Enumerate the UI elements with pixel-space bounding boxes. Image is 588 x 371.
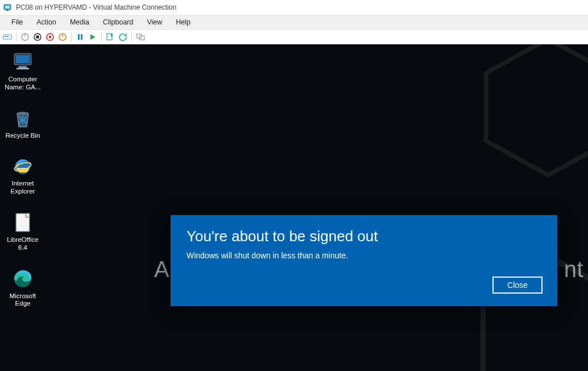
desktop-icon-internet-explorer[interactable]: Internet Explorer [1, 154, 44, 196]
svg-rect-8 [36, 35, 39, 38]
menu-media[interactable]: Media [63, 17, 96, 28]
svg-rect-12 [78, 34, 80, 40]
desktop-icon-label: Computer Name: GA... [5, 76, 40, 92]
svg-rect-20 [16, 55, 30, 63]
desktop-icon-label: LibreOffice 6.4 [7, 236, 38, 252]
enhanced-session-icon[interactable] [135, 32, 146, 42]
signout-dialog: You're about to be signed out Windows wi… [171, 215, 557, 306]
menu-bar: File Action Media Clipboard View Help [0, 15, 588, 30]
desktop-icon-label: Microsoft Edge [10, 292, 36, 308]
svg-marker-17 [486, 44, 588, 175]
revert-icon[interactable] [118, 32, 128, 42]
dialog-title: You're about to be signed out [187, 228, 541, 245]
hexagon-decoration [474, 44, 588, 181]
internet-explorer-icon [11, 154, 35, 178]
toolbar-separator [71, 32, 72, 42]
toolbar-separator [101, 32, 102, 42]
checkpoint-icon[interactable] [105, 32, 115, 42]
menu-file[interactable]: File [5, 17, 30, 28]
microsoft-edge-icon [11, 267, 35, 291]
libreoffice-icon [11, 211, 35, 234]
desktop-icon-microsoft-edge[interactable]: Microsoft Edge [1, 267, 44, 308]
title-bar: PC08 on HYPERVAMD - Virtual Machine Conn… [0, 0, 588, 15]
watermark-text-fragment: A [154, 257, 169, 282]
menu-help[interactable]: Help [169, 17, 197, 28]
pause-icon[interactable] [75, 32, 85, 42]
window-title: PC08 on HYPERVAMD - Virtual Machine Conn… [16, 3, 176, 11]
reset-icon[interactable] [57, 32, 68, 42]
svg-rect-22 [16, 68, 29, 69]
toolbar-separator [16, 32, 16, 42]
turn-off-icon[interactable] [32, 32, 43, 42]
recycle-bin-icon [11, 106, 35, 130]
toolbar-separator [131, 32, 132, 42]
start-icon[interactable] [20, 32, 30, 42]
svg-rect-5 [7, 36, 9, 37]
toolbar [0, 30, 588, 44]
menu-action[interactable]: Action [30, 17, 63, 28]
desktop-icon-libreoffice[interactable]: LibreOffice 6.4 [1, 211, 44, 252]
resume-icon[interactable] [88, 32, 98, 42]
svg-rect-4 [5, 36, 6, 37]
desktop-icons: Computer Name: GA... Recycle Bin [1, 50, 49, 308]
menu-clipboard[interactable]: Clipboard [96, 17, 140, 28]
svg-rect-13 [81, 34, 82, 40]
shutdown-icon[interactable] [45, 32, 55, 42]
computer-icon [11, 50, 35, 74]
desktop-icon-label: Recycle Bin [6, 132, 40, 140]
watermark-text-fragment: nt [564, 257, 583, 282]
ctrl-alt-del-icon[interactable] [2, 32, 13, 42]
close-button[interactable]: Close [492, 277, 543, 294]
svg-rect-21 [19, 66, 27, 68]
app-icon [3, 3, 13, 12]
svg-point-23 [17, 112, 28, 114]
desktop-icon-recycle-bin[interactable]: Recycle Bin [1, 106, 44, 140]
svg-point-10 [49, 35, 52, 38]
desktop-icon-computer[interactable]: Computer Name: GA... [1, 50, 44, 92]
menu-view[interactable]: View [140, 17, 169, 28]
svg-rect-1 [5, 6, 10, 9]
desktop-icon-label: Internet Explorer [11, 180, 35, 196]
dialog-message: Windows will shut down in less than a mi… [187, 251, 541, 260]
svg-rect-2 [6, 10, 9, 11]
vm-desktop: A nt Computer Name: GA... [0, 44, 588, 371]
